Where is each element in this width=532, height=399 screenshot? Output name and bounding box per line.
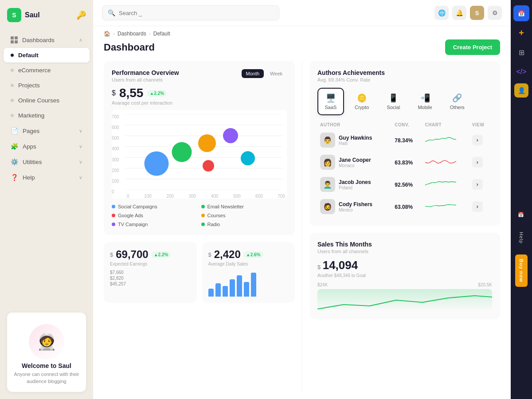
authors-title: Authors Achievements	[317, 69, 385, 76]
legend-dot-courses	[201, 214, 205, 217]
sidebar-label-projects: Projects	[18, 82, 40, 89]
right-toolbar: 📅 + ⊞ </> 👤 📅 Help Buy now	[511, 0, 532, 399]
daily-sales-badge: ▲2.6%	[243, 251, 263, 258]
rt-code-icon[interactable]: </>	[513, 64, 529, 80]
right-panel: Authors Achievements Avg. 69.34% Conv. R…	[302, 61, 500, 392]
page-title: Dashboard	[104, 42, 155, 53]
daily-sales-label: Average Daily Sales	[208, 262, 289, 266]
create-project-button[interactable]: Create Project	[445, 39, 500, 55]
toggle-week-button[interactable]: Week	[266, 69, 287, 78]
legend-label-email: Email Newsletter	[207, 204, 244, 209]
bubble-social	[145, 151, 169, 176]
sidebar: S Saul 🔑 Dashboards ∧ Default	[0, 0, 93, 399]
metric-expected-earnings: $ 69,700 ▲2.2% Expected Earnings $7,660 …	[104, 242, 197, 303]
tab-mobile[interactable]: 📲 Mobile	[411, 88, 439, 115]
author-name: Guy Hawkins	[339, 135, 372, 141]
rt-user-avatar[interactable]: 👤	[514, 83, 528, 98]
back-icon[interactable]: 🔑	[76, 10, 86, 20]
sidebar-item-ecommerce[interactable]: eCommerce	[4, 63, 90, 78]
chevron-icon-utilities: ∨	[79, 159, 82, 165]
earnings-value: 69,700	[116, 248, 148, 261]
topbar-user-avatar[interactable]: S	[470, 6, 484, 20]
topbar-avatar-globe[interactable]: 🌐	[434, 6, 449, 20]
performance-card: Performance Overview Users from all chan…	[104, 61, 295, 235]
welcome-card: 🧑‍🚀 Welcome to Saul Anyone can connect w…	[7, 313, 86, 392]
sidebar-label-default: Default	[18, 52, 39, 59]
toggle-month-button[interactable]: Month	[242, 69, 264, 78]
sidebar-item-marketing[interactable]: Marketing	[4, 108, 90, 123]
tab-social[interactable]: 📱 Social	[379, 88, 407, 115]
app-name: Saul	[25, 11, 40, 19]
rt-buy-button[interactable]: Buy now	[515, 254, 528, 287]
perf-badge: ▲2.2%	[147, 90, 167, 97]
sidebar-item-apps[interactable]: 🧩 Apps ∨	[4, 139, 90, 154]
sales-y2: $20.5K	[478, 282, 492, 287]
search-icon: 🔍	[108, 9, 115, 16]
search-input[interactable]	[119, 10, 274, 16]
legend-label-social: Social Campaigns	[118, 204, 157, 209]
mini-chart	[425, 133, 456, 145]
legend-dot-email	[201, 205, 205, 208]
rt-grid-icon[interactable]: ⊞	[513, 44, 529, 60]
rt-add-icon[interactable]: +	[513, 25, 529, 41]
bar1	[208, 289, 214, 297]
welcome-title: Welcome to Saul	[12, 362, 81, 369]
sidebar-label-dashboards: Dashboards	[22, 37, 55, 43]
author-cell: 👩 Jane Cooper Monaco	[320, 155, 389, 170]
view-author-button[interactable]: ›	[472, 157, 483, 168]
sidebar-bottom: 🧑‍🚀 Welcome to Saul Anyone can connect w…	[0, 305, 93, 399]
sidebar-item-default[interactable]: Default	[4, 48, 90, 63]
search-box[interactable]: 🔍	[102, 5, 279, 20]
sidebar-item-help[interactable]: ❓ Help ∨	[4, 170, 90, 185]
topbar-bell-icon[interactable]: 🔔	[452, 6, 466, 20]
chevron-icon-pages: ∨	[79, 128, 82, 134]
grid-icon	[11, 36, 18, 43]
breadcrumb-dashboards[interactable]: Dashboards	[117, 31, 146, 37]
perf-label: Avarage cost per interaction	[112, 100, 287, 106]
rt-calendar-icon[interactable]: 📅	[513, 5, 529, 21]
sidebar-item-projects[interactable]: Projects	[4, 78, 90, 93]
dot-icon-ecommerce	[11, 69, 14, 72]
sidebar-item-dashboards[interactable]: Dashboards ∧	[4, 32, 90, 47]
author-location: Poland	[339, 185, 371, 190]
sales-value: 14,094	[323, 258, 358, 272]
sidebar-item-pages[interactable]: 📄 Pages ∨	[4, 123, 90, 138]
view-author-button[interactable]: ›	[472, 179, 483, 190]
dot-icon-projects	[11, 84, 14, 87]
chart-y-axis: 7006005004003002001000	[112, 110, 125, 199]
table-row: 👩 Jane Cooper Monaco 63.83% ›	[317, 151, 492, 173]
legend-tv: TV Campaign	[112, 222, 198, 227]
welcome-subtitle: Anyone can connect with their audience b…	[12, 371, 81, 385]
performance-subtitle: Users from all channels	[112, 77, 179, 82]
col-view: VIEW	[469, 121, 492, 129]
breadcrumb-sep1: ›	[113, 31, 115, 37]
sidebar-item-utilities[interactable]: ⚙️ Utilities ∨	[4, 154, 90, 169]
topbar-settings-icon[interactable]: ⚙	[488, 6, 502, 20]
rt-explore-label[interactable]: 📅	[519, 208, 524, 221]
authors-card: Authors Achievements Avg. 69.34% Conv. R…	[309, 61, 500, 226]
sidebar-label-pages: Pages	[23, 128, 39, 134]
rt-help-label[interactable]: Help	[519, 228, 524, 247]
author-avatar: 🧔	[320, 199, 335, 214]
bar-val3: $45,257	[110, 282, 191, 286]
tab-saas[interactable]: 🖥️ SaaS	[317, 88, 344, 115]
bubble-ads	[198, 134, 216, 152]
tab-others[interactable]: 🔗 Others	[443, 88, 472, 115]
breadcrumb-home[interactable]: 🏠	[104, 31, 110, 37]
view-author-button[interactable]: ›	[472, 135, 483, 145]
author-conv: 63.08%	[395, 204, 413, 210]
nav-section: Dashboards ∧ Default eCommerce Projects	[0, 30, 93, 187]
legend-label-tv: TV Campaign	[118, 222, 148, 227]
legend-email: Email Newsletter	[201, 204, 287, 209]
performance-title: Performance Overview	[112, 69, 179, 76]
bar7	[251, 273, 256, 297]
mini-bar-chart	[208, 270, 289, 297]
sales-title: Sales This Months	[317, 241, 492, 248]
view-author-button[interactable]: ›	[472, 201, 483, 212]
main-content: 🔍 🌐 🔔 S ⚙ 🏠 › Dashboards › Default Dashb…	[93, 0, 511, 399]
author-avatar: 👨‍🦱	[320, 177, 335, 192]
mobile-icon: 📲	[420, 93, 430, 103]
sidebar-item-online-courses[interactable]: Online Courses	[4, 93, 90, 108]
author-cell: 🧔 Cody Fishers Mexico	[320, 199, 389, 214]
tab-crypto[interactable]: 🪙 Crypto	[348, 88, 376, 115]
